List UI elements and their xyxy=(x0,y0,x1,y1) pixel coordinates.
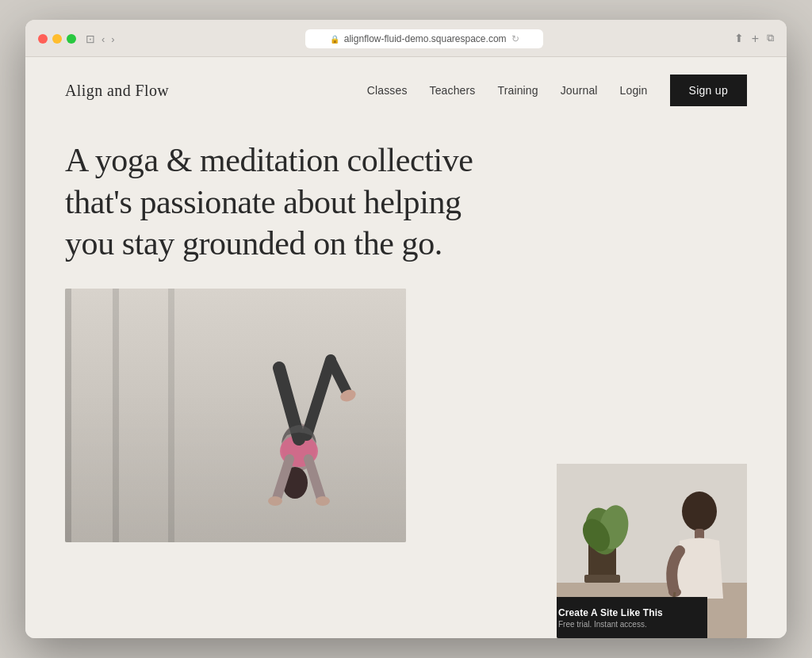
close-button[interactable] xyxy=(38,34,48,44)
svg-point-10 xyxy=(316,496,330,506)
duplicate-icon[interactable]: ⧉ xyxy=(767,32,774,46)
minimize-button[interactable] xyxy=(52,34,62,44)
nav-link-login[interactable]: Login xyxy=(620,84,648,97)
fullscreen-button[interactable] xyxy=(67,34,76,44)
reload-icon[interactable]: ↻ xyxy=(511,33,519,44)
svg-line-5 xyxy=(331,360,347,392)
nav-link-teachers[interactable]: Teachers xyxy=(430,84,476,97)
meditation-image: Create A Site Like This Free trial. Inst… xyxy=(557,464,747,638)
browser-controls: ⊡ ‹ › xyxy=(86,33,115,45)
nav-link-classes[interactable]: Classes xyxy=(367,84,408,97)
svg-line-4 xyxy=(307,360,331,435)
lock-icon: 🔒 xyxy=(330,35,339,44)
address-bar[interactable]: 🔒 alignflow-fluid-demo.squarespace.com ↻ xyxy=(124,29,725,48)
svg-point-9 xyxy=(268,496,282,506)
hero-section: A yoga & meditation collective that's pa… xyxy=(25,124,787,289)
browser-window: ⊡ ‹ › 🔒 alignflow-fluid-demo.squarespace… xyxy=(25,20,787,638)
yoga-figure-svg xyxy=(220,289,378,542)
images-section: Create A Site Like This Free trial. Inst… xyxy=(25,289,787,639)
nav-link-training[interactable]: Training xyxy=(497,84,538,97)
share-icon[interactable]: ⬆ xyxy=(734,32,744,46)
hero-title: A yoga & meditation collective that's pa… xyxy=(65,140,509,265)
squarespace-badge-subtitle: Free trial. Instant access. xyxy=(558,620,663,629)
window-switcher-icon[interactable]: ⊡ xyxy=(86,33,95,45)
traffic-lights xyxy=(38,34,76,44)
browser-chrome: ⊡ ‹ › 🔒 alignflow-fluid-demo.squarespace… xyxy=(25,20,787,57)
yoga-image-content xyxy=(65,289,406,542)
forward-button[interactable]: › xyxy=(111,33,114,45)
new-tab-icon[interactable]: + xyxy=(752,32,759,46)
squarespace-badge-text: Create A Site Like This Free trial. Inst… xyxy=(558,607,663,629)
site-logo: Align and Flow xyxy=(65,82,169,100)
signup-button[interactable]: Sign up xyxy=(670,75,747,106)
svg-point-19 xyxy=(682,492,717,531)
url-text: alignflow-fluid-demo.squarespace.com xyxy=(344,33,507,44)
website-content: Align and Flow Classes Teachers Training… xyxy=(25,57,787,638)
back-button[interactable]: ‹ xyxy=(102,33,105,45)
yoga-image xyxy=(65,289,406,542)
squarespace-badge-title: Create A Site Like This xyxy=(558,607,663,618)
site-nav: Align and Flow Classes Teachers Training… xyxy=(25,57,787,124)
svg-line-8 xyxy=(308,459,321,499)
browser-actions: ⬆ + ⧉ xyxy=(734,32,774,46)
squarespace-badge[interactable]: Create A Site Like This Free trial. Inst… xyxy=(557,597,707,638)
svg-rect-15 xyxy=(584,575,620,583)
nav-links: Classes Teachers Training Journal Login … xyxy=(367,75,747,106)
nav-link-journal[interactable]: Journal xyxy=(561,84,598,97)
